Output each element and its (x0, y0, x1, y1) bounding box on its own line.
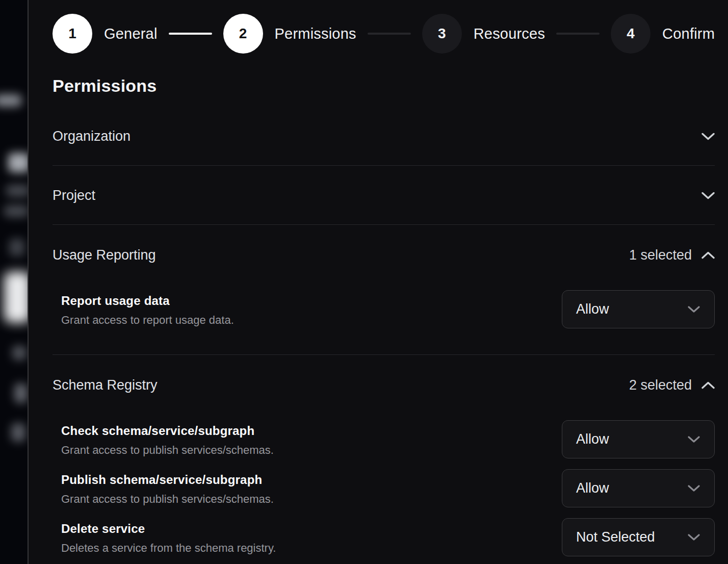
permission-select-report-usage-data[interactable]: Allow (562, 290, 715, 328)
section-selected-meta: 1 selected (629, 247, 715, 263)
permission-description: Deletes a service from the schema regist… (61, 542, 276, 555)
blurred-content (9, 239, 24, 256)
section-selected-meta: 2 selected (629, 377, 715, 393)
step-number-circle: 2 (223, 14, 263, 54)
background-sidebar (0, 0, 29, 564)
step-number-circle: 3 (422, 14, 462, 54)
permission-items: Check schema/service/subgraph Grant acce… (53, 420, 715, 556)
step-label: Resources (474, 25, 545, 42)
permission-select-delete-service[interactable]: Not Selected (562, 518, 715, 556)
step-permissions[interactable]: 2 Permissions (223, 14, 356, 54)
section-header-schema-registry[interactable]: Schema Registry 2 selected (53, 355, 715, 393)
permission-text: Report usage data Grant access to report… (61, 290, 234, 327)
section-project: Project (53, 166, 715, 225)
permission-text: Check schema/service/subgraph Grant acce… (61, 420, 274, 457)
permission-description: Grant access to publish services/schemas… (61, 493, 274, 506)
step-connector (169, 33, 212, 35)
selected-count: 2 selected (629, 377, 692, 393)
permission-title: Publish schema/service/subgraph (61, 473, 274, 487)
chevron-down-icon (688, 306, 700, 313)
section-title: Schema Registry (53, 377, 158, 393)
chevron-down-icon (701, 133, 715, 140)
step-connector (556, 33, 600, 35)
step-label: General (104, 25, 158, 42)
page-title: Permissions (53, 75, 715, 96)
blurred-content (6, 185, 29, 197)
blurred-content (0, 94, 21, 107)
permission-row-delete-service: Delete service Deletes a service from th… (53, 518, 715, 556)
select-value: Allow (576, 431, 609, 447)
blurred-content (8, 153, 29, 172)
step-general[interactable]: 1 General (53, 14, 158, 54)
chevron-up-icon (701, 251, 715, 259)
permission-title: Delete service (61, 522, 276, 536)
step-number-circle: 4 (611, 14, 651, 54)
blurred-content (11, 423, 25, 442)
permission-description: Grant access to report usage data. (61, 314, 234, 327)
step-confirm[interactable]: 4 Confirm (611, 14, 715, 54)
step-number-circle: 1 (53, 14, 92, 54)
chevron-down-icon (688, 436, 700, 443)
blurred-content (12, 346, 27, 360)
section-schema-registry: Schema Registry 2 selected Check schema/… (53, 355, 715, 556)
wizard-stepper: 1 General 2 Permissions 3 Resources 4 Co… (53, 14, 715, 54)
permission-items: Report usage data Grant access to report… (53, 290, 715, 328)
section-title: Organization (53, 129, 131, 144)
permission-row-publish-schema: Publish schema/service/subgraph Grant ac… (53, 469, 715, 507)
create-token-wizard-panel: 1 General 2 Permissions 3 Resources 4 Co… (29, 0, 728, 564)
section-usage-reporting: Usage Reporting 1 selected Report usage … (53, 225, 715, 355)
blurred-content (4, 272, 29, 323)
permission-description: Grant access to publish services/schemas… (61, 444, 274, 457)
step-resources[interactable]: 3 Resources (422, 14, 545, 54)
permission-select-check-schema[interactable]: Allow (562, 420, 715, 458)
permission-text: Publish schema/service/subgraph Grant ac… (61, 469, 274, 506)
blurred-content (14, 383, 28, 403)
step-connector (368, 33, 411, 35)
permission-title: Check schema/service/subgraph (61, 424, 274, 438)
section-header-organization[interactable]: Organization (53, 107, 715, 165)
blurred-content (4, 205, 29, 217)
screen: 1 General 2 Permissions 3 Resources 4 Co… (0, 0, 728, 564)
chevron-down-icon (701, 192, 715, 199)
permission-title: Report usage data (61, 294, 234, 308)
chevron-up-icon (701, 381, 715, 389)
section-organization: Organization (53, 107, 715, 166)
section-header-project[interactable]: Project (53, 166, 715, 224)
chevron-down-icon (688, 534, 700, 541)
permission-text: Delete service Deletes a service from th… (61, 518, 276, 555)
section-header-usage-reporting[interactable]: Usage Reporting 1 selected (53, 225, 715, 263)
permission-row-report-usage-data: Report usage data Grant access to report… (53, 290, 715, 328)
step-label: Confirm (662, 25, 715, 42)
select-value: Allow (576, 301, 609, 317)
step-label: Permissions (275, 25, 356, 42)
selected-count: 1 selected (629, 247, 692, 263)
section-title: Project (53, 188, 95, 203)
permission-row-check-schema: Check schema/service/subgraph Grant acce… (53, 420, 715, 458)
select-value: Allow (576, 480, 609, 496)
permission-select-publish-schema[interactable]: Allow (562, 469, 715, 507)
chevron-down-icon (688, 485, 700, 492)
select-value: Not Selected (576, 529, 655, 545)
section-title: Usage Reporting (53, 247, 156, 263)
